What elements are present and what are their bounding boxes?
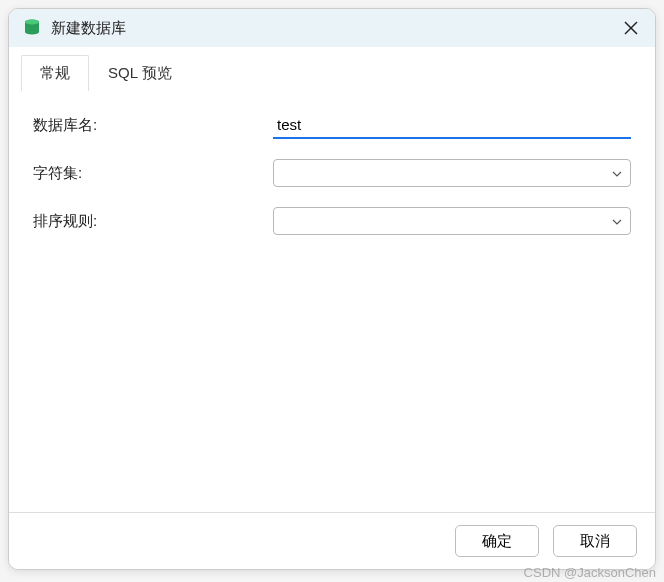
svg-point-1	[25, 20, 39, 25]
tab-general[interactable]: 常规	[21, 55, 89, 91]
tabbar: 常规 SQL 预览	[9, 47, 655, 91]
close-button[interactable]	[615, 12, 647, 44]
cancel-button[interactable]: 取消	[553, 525, 637, 557]
chevron-down-icon	[612, 214, 622, 228]
footer: 确定 取消	[9, 512, 655, 569]
tab-label: 常规	[40, 64, 70, 81]
charset-select[interactable]	[273, 159, 631, 187]
cancel-label: 取消	[580, 532, 610, 551]
tab-label: SQL 预览	[108, 64, 172, 81]
ok-button[interactable]: 确定	[455, 525, 539, 557]
form-area: 数据库名: 字符集: 排序规则:	[9, 92, 655, 512]
dialog-window: 新建数据库 常规 SQL 预览 数据库名: 字符集:	[8, 8, 656, 570]
dbname-input[interactable]	[273, 111, 631, 139]
charset-label: 字符集:	[33, 164, 273, 183]
window-title: 新建数据库	[51, 19, 615, 38]
ok-label: 确定	[482, 532, 512, 551]
collation-label: 排序规则:	[33, 212, 273, 231]
dbname-label: 数据库名:	[33, 116, 273, 135]
tab-sql-preview[interactable]: SQL 预览	[89, 55, 191, 91]
row-charset: 字符集:	[33, 158, 631, 188]
chevron-down-icon	[612, 166, 622, 180]
row-collation: 排序规则:	[33, 206, 631, 236]
collation-select[interactable]	[273, 207, 631, 235]
close-icon	[624, 21, 638, 35]
row-dbname: 数据库名:	[33, 110, 631, 140]
database-icon	[23, 19, 41, 37]
titlebar: 新建数据库	[9, 9, 655, 47]
